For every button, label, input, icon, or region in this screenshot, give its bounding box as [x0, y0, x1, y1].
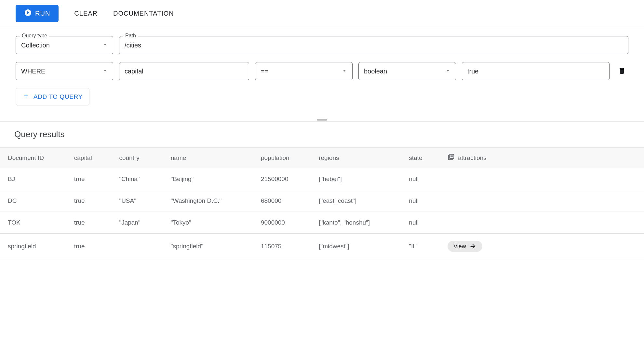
- cell-id: springfield: [0, 234, 71, 259]
- clause-operator-value: ==: [261, 68, 342, 75]
- query-type-value: Collection: [21, 42, 102, 49]
- clause-type-value: boolean: [364, 68, 445, 75]
- cell-state: "IL": [406, 234, 444, 259]
- cell-id: BJ: [0, 168, 71, 190]
- cell-attractions: [444, 190, 644, 212]
- query-type-label: Query type: [20, 33, 49, 39]
- column-header-country[interactable]: country: [116, 148, 167, 168]
- cell-population: 21500000: [258, 168, 315, 190]
- cell-capital: true: [71, 190, 116, 212]
- clause-field-value: capital: [125, 68, 244, 75]
- column-header-attractions-label: attractions: [458, 154, 487, 162]
- run-button[interactable]: RUN: [16, 5, 59, 22]
- cell-population: 680000: [258, 190, 315, 212]
- column-header-capital[interactable]: capital: [71, 148, 116, 168]
- cell-country: "Japan": [116, 212, 167, 234]
- collection-icon: [448, 153, 455, 162]
- cell-state: null: [406, 190, 444, 212]
- column-header-state[interactable]: state: [406, 148, 444, 168]
- path-label: Path: [123, 33, 138, 39]
- clause-field-input[interactable]: capital: [119, 62, 249, 80]
- delete-clause-button[interactable]: [615, 67, 628, 76]
- cell-country: "USA": [116, 190, 167, 212]
- chevron-down-icon: [102, 68, 108, 74]
- column-header-attractions[interactable]: attractions: [444, 148, 644, 168]
- drag-handle-icon: [317, 119, 327, 121]
- cell-regions: ["kanto", "honshu"]: [315, 212, 406, 234]
- query-type-select[interactable]: Query type Collection: [16, 36, 113, 54]
- clause-keyword-select[interactable]: WHERE: [16, 62, 113, 80]
- cell-population: 9000000: [258, 212, 315, 234]
- cell-name: "springfield": [168, 234, 258, 259]
- panel-resize-handle[interactable]: [0, 118, 644, 121]
- cell-population: 115075: [258, 234, 315, 259]
- view-label: View: [453, 243, 466, 250]
- arrow-right-icon: [469, 243, 476, 250]
- cell-capital: true: [71, 234, 116, 259]
- cell-name: "Tokyo": [168, 212, 258, 234]
- documentation-link[interactable]: DOCUMENTATION: [113, 10, 174, 17]
- cell-attractions: [444, 168, 644, 190]
- column-header-population[interactable]: population: [258, 148, 315, 168]
- play-icon: [24, 9, 32, 18]
- cell-state: null: [406, 168, 444, 190]
- path-input[interactable]: Path /cities: [119, 36, 628, 54]
- cell-capital: true: [71, 212, 116, 234]
- clause-value-text: true: [467, 68, 604, 75]
- cell-regions: ["hebei"]: [315, 168, 406, 190]
- cell-regions: ["midwest"]: [315, 234, 406, 259]
- cell-regions: ["east_coast"]: [315, 190, 406, 212]
- chevron-down-icon: [342, 68, 347, 74]
- results-table: Document ID capital country name populat…: [0, 147, 644, 259]
- chevron-down-icon: [445, 68, 450, 74]
- trash-icon: [618, 67, 626, 75]
- add-to-query-label: ADD TO QUERY: [34, 93, 83, 100]
- cell-capital: true: [71, 168, 116, 190]
- results-panel: Query results Document ID capital countr…: [0, 121, 644, 259]
- cell-country: [116, 234, 167, 259]
- chevron-down-icon: [102, 42, 108, 48]
- cell-name: "Washington D.C.": [168, 190, 258, 212]
- cell-attractions: View: [444, 234, 644, 259]
- table-row[interactable]: BJtrue"China""Beijing"21500000["hebei"]n…: [0, 168, 644, 190]
- path-value: /cities: [125, 42, 623, 49]
- clause-value-input[interactable]: true: [462, 62, 610, 80]
- cell-state: null: [406, 212, 444, 234]
- clause-keyword-value: WHERE: [21, 68, 102, 75]
- results-title: Query results: [0, 129, 644, 147]
- clear-button[interactable]: CLEAR: [74, 10, 98, 17]
- run-button-label: RUN: [35, 10, 50, 17]
- view-attractions-button[interactable]: View: [448, 241, 482, 252]
- table-row[interactable]: springfieldtrue"springfield"115075["midw…: [0, 234, 644, 259]
- cell-country: "China": [116, 168, 167, 190]
- table-row[interactable]: DCtrue"USA""Washington D.C."680000["east…: [0, 190, 644, 212]
- column-header-name[interactable]: name: [168, 148, 258, 168]
- clause-type-select[interactable]: boolean: [358, 62, 456, 80]
- table-header-row: Document ID capital country name populat…: [0, 148, 644, 168]
- add-to-query-button[interactable]: ADD TO QUERY: [16, 88, 89, 105]
- cell-attractions: [444, 212, 644, 234]
- cell-id: TOK: [0, 212, 71, 234]
- query-builder: Query type Collection Path /cities WHERE…: [0, 27, 644, 118]
- column-header-id[interactable]: Document ID: [0, 148, 71, 168]
- cell-name: "Beijing": [168, 168, 258, 190]
- toolbar: RUN CLEAR DOCUMENTATION: [0, 0, 644, 27]
- plus-icon: [22, 92, 30, 101]
- table-row[interactable]: TOKtrue"Japan""Tokyo"9000000["kanto", "h…: [0, 212, 644, 234]
- column-header-regions[interactable]: regions: [315, 148, 406, 168]
- clause-operator-select[interactable]: ==: [255, 62, 353, 80]
- cell-id: DC: [0, 190, 71, 212]
